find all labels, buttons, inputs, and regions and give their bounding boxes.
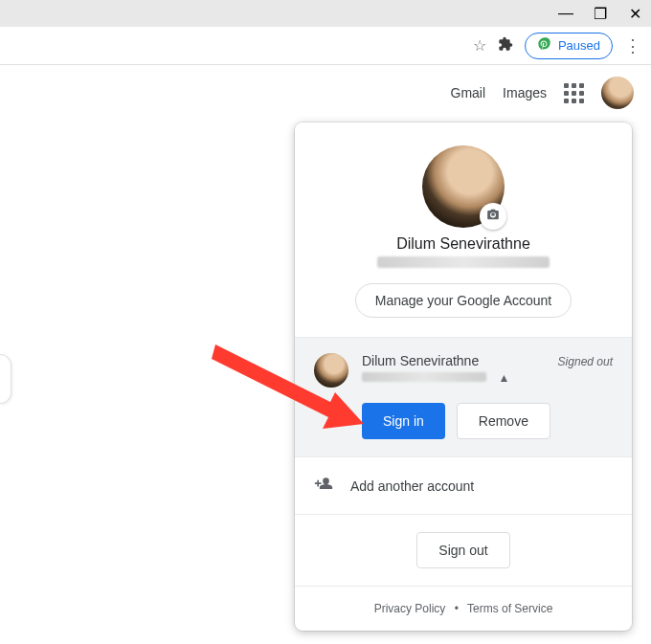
footer-separator: •	[455, 602, 459, 615]
popup-header: Dilum Senevirathne Manage your Google Ac…	[295, 122, 632, 337]
maximize-icon: ❐	[594, 5, 607, 23]
gmail-link[interactable]: Gmail	[451, 85, 486, 100]
person-add-icon	[314, 475, 333, 497]
profile-avatar-large[interactable]	[422, 145, 505, 228]
browser-toolbar: ☆ Paused ⋮	[0, 27, 651, 65]
account-email-blurred	[362, 372, 486, 382]
side-panel-handle[interactable]	[0, 354, 11, 404]
window-minimize-button[interactable]: —	[559, 7, 572, 20]
add-account-row[interactable]: Add another account	[295, 456, 632, 514]
extensions-icon[interactable]	[498, 36, 513, 56]
privacy-link[interactable]: Privacy Policy	[374, 602, 446, 615]
images-link[interactable]: Images	[503, 85, 547, 100]
window-titlebar: — ❐ ✕	[0, 0, 651, 27]
window-maximize-button[interactable]: ❐	[594, 7, 607, 20]
header-links: Gmail Images	[451, 77, 634, 109]
manage-account-button[interactable]: Manage your Google Account	[355, 283, 572, 318]
add-account-label: Add another account	[350, 478, 474, 494]
profile-icon	[537, 36, 552, 55]
account-popup: Dilum Senevirathne Manage your Google Ac…	[295, 122, 632, 631]
chevron-up-icon[interactable]: ▲	[498, 371, 509, 385]
remove-account-button[interactable]: Remove	[457, 403, 550, 439]
display-name: Dilum Senevirathne	[314, 235, 613, 253]
sign-in-button[interactable]: Sign in	[362, 403, 445, 439]
close-icon: ✕	[629, 5, 641, 23]
secondary-account-section: Dilum Senevirathne ▲ Signed out Sign in …	[295, 337, 632, 456]
browser-menu-icon[interactable]: ⋮	[624, 35, 641, 56]
camera-icon	[486, 208, 500, 225]
profile-paused-pill[interactable]: Paused	[525, 33, 613, 59]
minimize-icon: —	[558, 5, 573, 22]
signout-section: Sign out	[295, 514, 632, 586]
terms-link[interactable]: Terms of Service	[467, 602, 552, 615]
account-avatar	[314, 353, 348, 388]
sign-out-button[interactable]: Sign out	[416, 532, 509, 568]
account-row[interactable]: Dilum Senevirathne ▲ Signed out	[314, 353, 613, 388]
apps-grid-icon[interactable]	[564, 83, 584, 103]
primary-email-blurred	[377, 256, 550, 268]
window-close-button[interactable]: ✕	[628, 7, 641, 20]
bookmark-star-icon[interactable]: ☆	[473, 36, 486, 55]
paused-label: Paused	[558, 38, 600, 53]
signed-out-label: Signed out	[558, 355, 613, 368]
profile-avatar-small[interactable]	[601, 77, 634, 109]
popup-footer: Privacy Policy • Terms of Service	[295, 586, 632, 631]
change-photo-badge[interactable]	[480, 203, 506, 230]
